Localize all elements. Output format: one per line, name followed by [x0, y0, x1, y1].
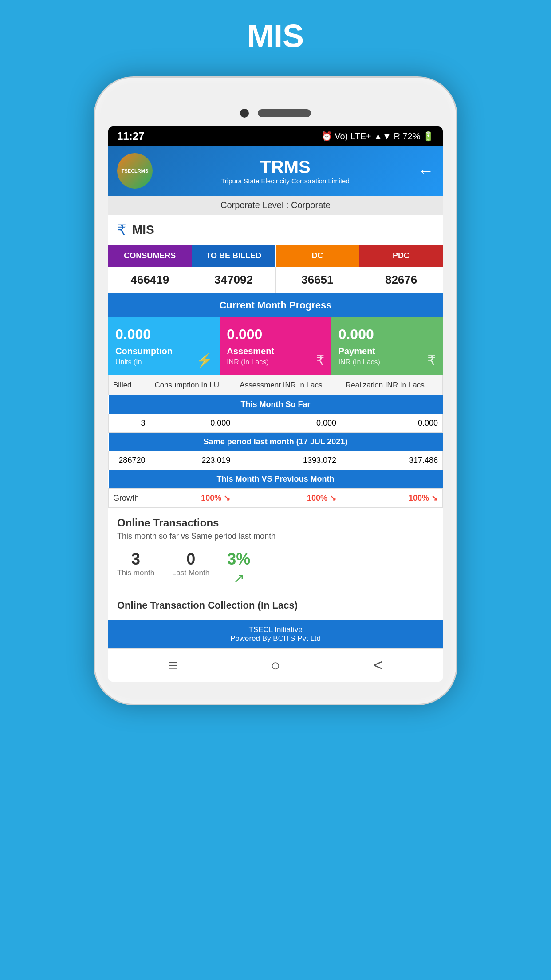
payment-label: Payment — [338, 346, 436, 356]
corporate-text: Corporate Level : Corporate — [220, 200, 331, 210]
payment-value: 0.000 — [338, 326, 436, 343]
vs-header: This Month VS Previous Month — [109, 470, 443, 489]
app-header: TSECLRMS TRMS Tripura State Electricity … — [108, 146, 443, 196]
status-time: 11:27 — [117, 130, 144, 142]
this-month-assessment: 0.000 — [235, 414, 341, 433]
last-month-stat-value: 0 — [172, 550, 209, 569]
nav-home-icon[interactable]: ○ — [271, 656, 280, 675]
last-month-row: 286720 223.019 1393.072 317.486 — [109, 451, 443, 470]
col-assessment: Assessment INR In Lacs — [235, 375, 341, 395]
last-month-assessment: 1393.072 — [235, 451, 341, 470]
payment-sublabel: INR (In Lacs) — [338, 358, 436, 366]
app-title-block: TRMS Tripura State Electricity Corporati… — [153, 157, 418, 185]
progress-cards: 0.000 Consumption Units (In ⚡ 0.000 Asse… — [108, 317, 443, 375]
col-consumption: Consumption In LU — [150, 375, 235, 395]
mis-header: ₹ MIS — [108, 215, 443, 245]
nav-back-icon[interactable]: < — [374, 656, 383, 675]
assessment-icon: ₹ — [316, 352, 324, 368]
this-month-realization: 0.000 — [341, 414, 443, 433]
consumer-tabs: CONSUMERS TO BE BILLED DC PDC — [108, 245, 443, 267]
consumer-value-consumers: 466419 — [108, 267, 192, 293]
payment-icon: ₹ — [427, 352, 436, 368]
page-title: MIS — [247, 18, 304, 54]
growth-consumption: 100% ↘ — [150, 489, 235, 508]
tab-pdc-label: PDC — [393, 251, 409, 260]
tab-consumers-label: CONSUMERS — [124, 251, 176, 260]
consumer-value-pdc: 82676 — [359, 267, 443, 293]
data-table: Billed Consumption In LU Assessment INR … — [108, 375, 443, 508]
logo-text: TSECLRMS — [122, 168, 149, 174]
app-subtitle: Tripura State Electricity Corporation Li… — [153, 177, 418, 185]
stat-last-month: 0 Last Month — [172, 550, 209, 577]
tab-consumers[interactable]: CONSUMERS — [108, 245, 192, 267]
app-logo: TSECLRMS — [117, 153, 153, 189]
online-transactions-section: Online Transactions This month so far vs… — [108, 508, 443, 595]
consumption-icon: ⚡ — [196, 352, 213, 368]
tab-pdc[interactable]: PDC — [359, 245, 443, 267]
last-month-consumption: 223.019 — [150, 451, 235, 470]
assessment-value: 0.000 — [227, 326, 324, 343]
online-transactions-subtitle: This month so far vs Same period last mo… — [117, 532, 434, 541]
this-month-billed: 3 — [109, 414, 150, 433]
assessment-sublabel: INR (In Lacs) — [227, 358, 324, 366]
tab-dc[interactable]: DC — [276, 245, 360, 267]
growth-label: Growth — [109, 489, 150, 508]
nav-menu-icon[interactable]: ≡ — [168, 656, 177, 675]
consumer-values: 466419 347092 36651 82676 — [108, 267, 443, 293]
stat-this-month: 3 This month — [117, 550, 154, 577]
last-month-realization: 317.486 — [341, 451, 443, 470]
col-billed: Billed — [109, 375, 150, 395]
rupee-icon: ₹ — [117, 221, 126, 238]
last-month-stat-label: Last Month — [172, 569, 209, 577]
app-title: TRMS — [153, 157, 418, 177]
online-collection-section: Online Transaction Collection (In Lacs) — [108, 595, 443, 620]
collection-title: Online Transaction Collection (In Lacs) — [117, 595, 434, 616]
speaker — [258, 109, 311, 117]
trend-arrow-icon: ↗ — [227, 570, 250, 586]
last-month-header: Same period last month (17 JUL 2021) — [109, 433, 443, 451]
card-payment: 0.000 Payment INR (In Lacs) ₹ — [331, 317, 443, 375]
corporate-bar: Corporate Level : Corporate — [108, 196, 443, 215]
footer-line2: Powered By BCITS Pvt Ltd — [114, 634, 437, 643]
percent-stat-value: 3% — [227, 550, 250, 569]
tab-dc-label: DC — [311, 251, 323, 260]
col-realization: Realization INR In Lacs — [341, 375, 443, 395]
back-button[interactable]: ← — [418, 162, 434, 180]
this-month-stat-label: This month — [117, 569, 154, 577]
consumer-value-dc: 36651 — [276, 267, 360, 293]
status-bar: 11:27 ⏰ Vo) LTE+ ▲▼ R 72% 🔋 — [108, 126, 443, 146]
this-month-header: This Month So Far — [109, 395, 443, 414]
top-bar: MIS — [0, 0, 551, 63]
online-stats: 3 This month 0 Last Month 3% ↗ — [117, 550, 434, 586]
footer-line1: TSECL Initiative — [114, 625, 437, 634]
card-consumption: 0.000 Consumption Units (In ⚡ — [108, 317, 220, 375]
this-month-row: 3 0.000 0.000 0.000 — [109, 414, 443, 433]
last-month-billed: 286720 — [109, 451, 150, 470]
status-icons: ⏰ Vo) LTE+ ▲▼ R 72% 🔋 — [321, 131, 434, 142]
this-month-stat-value: 3 — [117, 550, 154, 569]
phone-wrapper: 11:27 ⏰ Vo) LTE+ ▲▼ R 72% 🔋 TSECLRMS TRM… — [94, 76, 457, 705]
status-right-icons: ⏰ Vo) LTE+ ▲▼ R 72% 🔋 — [321, 131, 434, 142]
bottom-nav: ≡ ○ < — [108, 648, 443, 682]
assessment-label: Assesment — [227, 346, 324, 356]
card-assessment: 0.000 Assesment INR (In Lacs) ₹ — [220, 317, 331, 375]
front-camera — [240, 109, 249, 118]
app-footer: TSECL Initiative Powered By BCITS Pvt Lt… — [108, 620, 443, 648]
phone-top — [108, 104, 443, 126]
online-transactions-title: Online Transactions — [117, 517, 434, 529]
tab-to-be-billed[interactable]: TO BE BILLED — [192, 245, 276, 267]
growth-row: Growth 100% ↘ 100% ↘ 100% ↘ — [109, 489, 443, 508]
consumption-value: 0.000 — [115, 326, 213, 343]
mis-title: MIS — [132, 223, 154, 237]
this-month-consumption: 0.000 — [150, 414, 235, 433]
consumer-value-billed: 347092 — [192, 267, 276, 293]
stat-percent: 3% ↗ — [227, 550, 250, 586]
progress-header: Current Month Progress — [108, 293, 443, 317]
growth-assessment: 100% ↘ — [235, 489, 341, 508]
tab-billed-label: TO BE BILLED — [206, 251, 261, 260]
phone-shell: 11:27 ⏰ Vo) LTE+ ▲▼ R 72% 🔋 TSECLRMS TRM… — [94, 76, 457, 705]
phone-screen: 11:27 ⏰ Vo) LTE+ ▲▼ R 72% 🔋 TSECLRMS TRM… — [108, 126, 443, 682]
growth-realization: 100% ↘ — [341, 489, 443, 508]
